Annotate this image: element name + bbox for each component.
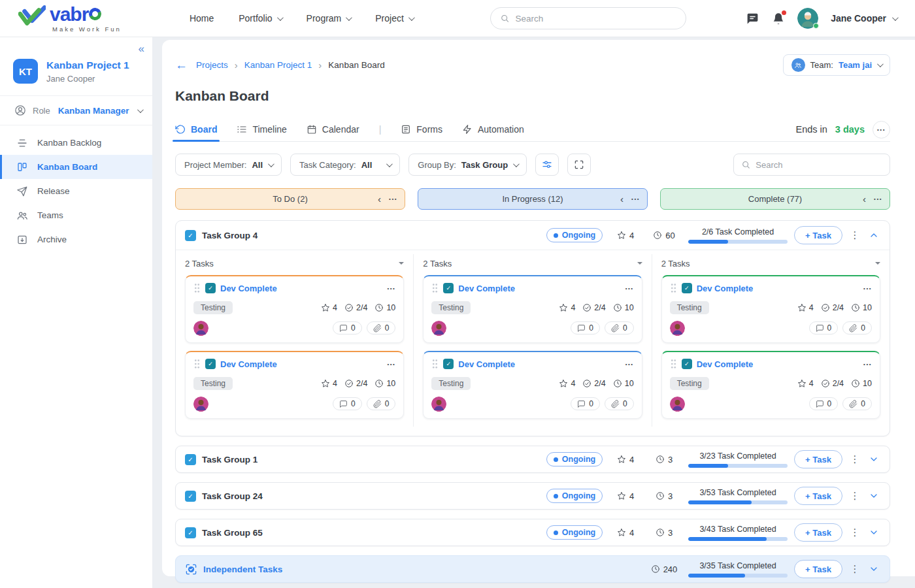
assignee-avatar[interactable] bbox=[193, 397, 208, 412]
nav-program[interactable]: Program bbox=[307, 13, 351, 24]
task-title-link[interactable]: Dev Complete bbox=[220, 359, 382, 369]
task-card[interactable]: ✓Dev Complete••• Testing42/410 00 bbox=[423, 275, 642, 343]
collapse-column-icon[interactable]: ‹ bbox=[378, 194, 381, 204]
tab-calendar[interactable]: Calendar bbox=[307, 118, 359, 141]
vabro-logo[interactable]: vabr Make Work Fun bbox=[18, 5, 122, 33]
column-more-icon[interactable]: ••• bbox=[631, 196, 640, 202]
task-title-link[interactable]: Dev Complete bbox=[697, 284, 859, 293]
column-more-icon[interactable]: ••• bbox=[389, 196, 397, 202]
drag-handle-icon[interactable] bbox=[670, 283, 677, 293]
attachments-count[interactable]: 0 bbox=[842, 321, 872, 335]
fullscreen-button[interactable] bbox=[567, 154, 591, 176]
card-more-icon[interactable]: ••• bbox=[863, 361, 872, 367]
sidebar-collapse-icon[interactable]: « bbox=[139, 43, 144, 54]
task-group-row[interactable]: ✓ Task Group 65 Ongoing 4 3 3/43 Task Co… bbox=[175, 519, 890, 546]
comments-count[interactable]: 0 bbox=[571, 397, 600, 410]
task-card[interactable]: ✓Dev Complete••• Testing42/410 00 bbox=[661, 351, 880, 419]
task-group-row[interactable]: ✓ Task Group 1 Ongoing 4 3 3/23 Task Com… bbox=[175, 446, 890, 473]
group-more-icon[interactable]: ⋮ bbox=[849, 229, 861, 241]
user-avatar[interactable] bbox=[797, 8, 818, 29]
attachments-count[interactable]: 0 bbox=[367, 321, 396, 335]
project-member-filter[interactable]: Project Member: All bbox=[175, 154, 282, 176]
expand-group-icon[interactable] bbox=[867, 491, 880, 501]
card-more-icon[interactable]: ••• bbox=[387, 286, 395, 291]
attachments-count[interactable]: 0 bbox=[367, 397, 396, 410]
task-card[interactable]: ✓Dev Complete••• Testing42/410 00 bbox=[661, 275, 880, 343]
collapse-group-icon[interactable] bbox=[867, 230, 880, 240]
drag-handle-icon[interactable] bbox=[193, 359, 201, 369]
nav-project[interactable]: Project bbox=[375, 13, 413, 24]
task-title-link[interactable]: Dev Complete bbox=[458, 359, 620, 369]
expand-group-icon[interactable] bbox=[867, 564, 880, 574]
drag-handle-icon[interactable] bbox=[193, 283, 201, 293]
notifications-bell-icon[interactable] bbox=[772, 12, 785, 25]
comments-count[interactable]: 0 bbox=[809, 397, 839, 410]
attachments-count[interactable]: 0 bbox=[605, 321, 634, 335]
task-card[interactable]: ✓Dev Complete••• Testing42/410 00 bbox=[185, 275, 404, 343]
comments-count[interactable]: 0 bbox=[333, 321, 362, 335]
sidebar-item-archive[interactable]: Archive bbox=[0, 227, 152, 252]
add-task-button[interactable]: + Task bbox=[794, 450, 842, 468]
breadcrumb-kanban-project[interactable]: Kanban Project 1 bbox=[244, 60, 312, 70]
sidebar-item-release[interactable]: Release bbox=[0, 179, 152, 203]
sidebar-item-kanban-board[interactable]: Kanban Board bbox=[0, 155, 152, 179]
task-category-filter[interactable]: Task Category: All bbox=[290, 154, 400, 176]
comments-count[interactable]: 0 bbox=[571, 321, 600, 335]
task-card[interactable]: ✓Dev Complete••• Testing42/410 00 bbox=[423, 351, 642, 419]
task-title-link[interactable]: Dev Complete bbox=[697, 359, 859, 369]
tab-forms[interactable]: Forms bbox=[401, 118, 442, 141]
task-title-link[interactable]: Dev Complete bbox=[220, 284, 382, 293]
comments-count[interactable]: 0 bbox=[809, 321, 839, 335]
add-task-button[interactable]: + Task bbox=[794, 523, 842, 542]
tab-timeline[interactable]: Timeline bbox=[237, 118, 286, 141]
task-title-link[interactable]: Dev Complete bbox=[458, 284, 620, 293]
card-more-icon[interactable]: ••• bbox=[863, 286, 872, 291]
assignee-avatar[interactable] bbox=[670, 397, 685, 412]
add-task-button[interactable]: + Task bbox=[794, 487, 842, 505]
team-selector[interactable]: Team: Team jai bbox=[783, 54, 890, 76]
group-by-filter[interactable]: Group By: Task Group bbox=[408, 154, 527, 176]
collapse-column-icon[interactable]: ‹ bbox=[863, 194, 866, 204]
board-more-button[interactable]: ••• bbox=[873, 121, 890, 139]
board-search[interactable] bbox=[733, 154, 890, 176]
breadcrumb-projects[interactable]: Projects bbox=[196, 60, 228, 70]
collapse-column-icon[interactable]: ‹ bbox=[620, 194, 624, 204]
drag-handle-icon[interactable] bbox=[431, 283, 439, 293]
back-arrow-icon[interactable]: ← bbox=[175, 59, 188, 71]
global-search-input[interactable] bbox=[515, 14, 676, 24]
attachments-count[interactable]: 0 bbox=[605, 397, 634, 410]
expand-group-icon[interactable] bbox=[867, 454, 880, 465]
card-more-icon[interactable]: ••• bbox=[387, 361, 395, 367]
add-task-button[interactable]: + Task bbox=[794, 226, 842, 244]
drag-handle-icon[interactable] bbox=[670, 359, 677, 369]
tab-automation[interactable]: Automation bbox=[462, 118, 524, 141]
assignee-avatar[interactable] bbox=[431, 397, 446, 412]
expand-group-icon[interactable] bbox=[867, 527, 880, 538]
caret-down-icon[interactable] bbox=[875, 262, 880, 267]
sidebar-item-kanban-backlog[interactable]: Kanban Backlog bbox=[0, 131, 152, 155]
task-group-row[interactable]: ✓ Task Group 24 Ongoing 4 3 3/53 Task Co… bbox=[175, 482, 890, 510]
group-more-icon[interactable]: ⋮ bbox=[849, 453, 861, 465]
sidebar-item-teams[interactable]: Teams bbox=[0, 203, 152, 227]
card-more-icon[interactable]: ••• bbox=[625, 286, 634, 291]
independent-tasks-row[interactable]: Independent Tasks 240 3/35 Task Complete… bbox=[175, 555, 890, 583]
global-search[interactable] bbox=[490, 7, 686, 29]
filter-settings-button[interactable] bbox=[535, 154, 559, 176]
assignee-avatar[interactable] bbox=[193, 321, 208, 336]
board-search-input[interactable] bbox=[756, 160, 882, 170]
caret-down-icon[interactable] bbox=[399, 262, 404, 267]
assignee-avatar[interactable] bbox=[670, 321, 685, 336]
drag-handle-icon[interactable] bbox=[431, 359, 439, 369]
group-more-icon[interactable]: ⋮ bbox=[849, 527, 861, 538]
role-selector[interactable]: Role Kanban Manager bbox=[0, 95, 152, 125]
attachments-count[interactable]: 0 bbox=[842, 397, 872, 410]
comments-count[interactable]: 0 bbox=[333, 397, 362, 410]
group-more-icon[interactable]: ⋮ bbox=[849, 490, 861, 502]
messages-icon[interactable] bbox=[746, 12, 759, 25]
add-task-button[interactable]: + Task bbox=[794, 560, 842, 578]
column-header-in-progress[interactable]: In Progress (12) ‹••• bbox=[418, 188, 648, 210]
assignee-avatar[interactable] bbox=[431, 321, 446, 336]
user-menu[interactable]: Jane Cooper bbox=[831, 13, 897, 24]
nav-portfolio[interactable]: Portfolio bbox=[239, 13, 281, 24]
column-header-complete[interactable]: Complete (77) ‹••• bbox=[660, 188, 890, 210]
